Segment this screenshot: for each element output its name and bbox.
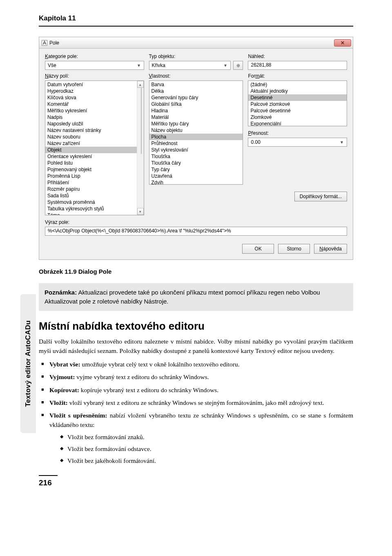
list-item[interactable]: Průhlednost [149,140,243,147]
label-kategorie: Kategorie pole: [45,54,144,59]
doplnkovy-format-button[interactable]: Doplňkový formát... [294,192,347,201]
list-item[interactable]: Pohled listu [45,160,144,166]
sidebar-tab: Textový editor AutoCADu [20,294,36,433]
label-vlastnost: Vlastnost: [149,73,243,79]
list-item[interactable]: Přihlášení [45,179,144,186]
list-item: Vložit bez formátování znaků. [49,432,353,442]
list-item: Kopírovat: kopíruje vybraný text z edito… [39,385,353,395]
presnost-combo[interactable]: 0.00 ▾ [248,138,347,147]
list-item[interactable]: Název zařízení [45,140,144,147]
list-item[interactable]: Měřítko vykreslení [45,107,144,114]
scrollbar[interactable]: ▴ ▾ [137,81,144,215]
chevron-down-icon: ▾ [222,63,229,68]
bullet-list: Vybrat vše: umožňuje vybrat celý text v … [39,360,353,465]
list-item[interactable]: Typ čáry [149,166,243,173]
list-item[interactable]: (žádné) [248,81,347,88]
list-item[interactable]: Hladina [149,107,243,114]
label-vyraz: Výraz pole: [45,219,347,225]
list-item[interactable]: Název souboru [45,134,144,140]
list-item[interactable]: Sada listů [45,192,144,199]
scroll-down-icon[interactable]: ▾ [137,208,144,215]
pick-object-button[interactable]: ⊕ [233,61,243,70]
list-item[interactable]: Systémová proměnná [45,199,144,205]
note-text: Aktualizaci provedete také po ukončení p… [45,289,320,305]
section-title: Místní nabídka textového editoru [39,320,353,333]
list-item[interactable]: Globální šířka [149,101,243,107]
list-item[interactable]: Objekt [45,147,144,153]
label-nazvy: Názvy polí: [45,73,144,79]
nazvy-listbox[interactable]: Datum vytvořeníHyperodkazKlíčová slovaKo… [45,80,144,215]
scroll-up-icon[interactable]: ▴ [137,81,144,88]
label-presnost: Přesnost: [248,130,347,136]
list-item[interactable]: Orientace vykreslení [45,153,144,160]
chevron-down-icon: ▾ [339,139,345,145]
list-item[interactable]: Klíčová slova [45,94,144,101]
list-item[interactable]: Exponenciální [248,121,347,126]
list-item[interactable]: Plocha [149,134,243,140]
list-item[interactable]: Palcové desetinné [248,107,347,114]
titlebar: A Pole ✕ [39,37,353,49]
list-item[interactable]: Název objektu [149,127,243,134]
list-item[interactable]: Téma [45,212,144,215]
list-item: Vložit: vloží vybraný text z editoru ze … [39,398,353,407]
list-item[interactable]: Tabulka výkresových stylů [45,205,144,212]
list-item: Vložit s upřesněním: nabízí vložení vybr… [39,411,353,465]
list-item[interactable]: Pojmenovaný objekt [45,166,144,173]
kategorie-combo[interactable]: Vše ▾ [45,61,144,70]
list-item: Vyjmout: vyjme vybraný text z editoru do… [39,372,353,382]
list-item[interactable]: Proměnná Lisp [45,173,144,179]
section-paragraph: Další volby lokálního textového editoru … [39,337,353,356]
label-format: Formát: [248,73,347,79]
ok-button[interactable]: OK [242,244,274,254]
vlastnost-listbox[interactable]: BarvaDélkaGenerování typu čáryGlobální š… [149,80,243,185]
vyraz-input[interactable]: %<\AcObjProp Object(%<\_ObjId 8796083706… [45,227,347,236]
list-item: Vložit bez jakéhokoli formátování. [49,456,353,465]
list-item[interactable]: Hyperodkaz [45,88,144,94]
nahled-preview: 26281,88 [248,61,347,70]
dialog-title: Pole [49,40,334,46]
list-item[interactable]: Nadpis [45,114,144,121]
chevron-down-icon: ▾ [136,63,142,68]
chapter-header: Kapitola 11 [39,0,353,27]
label-typ: Typ objektu: [149,54,243,59]
storno-button[interactable]: Storno [278,244,310,254]
list-item[interactable]: Název nastavení stránky [45,127,144,134]
list-item[interactable]: Měřítko typu čáry [149,121,243,127]
list-item[interactable]: Palcové zlomkové [248,101,347,107]
list-item[interactable]: Generování typu čáry [149,94,243,101]
list-item[interactable]: Tloušťka čáry [149,160,243,166]
list-item[interactable]: Desetinné [248,94,347,101]
list-item[interactable]: Zdvih [149,179,243,185]
dialog-pole: A Pole ✕ Kategorie pole: Vše ▾ Názvy pol… [39,37,353,260]
close-button[interactable]: ✕ [334,39,351,47]
note-label: Poznámka: [45,289,77,296]
note-box: Poznámka: Aktualizaci provedete také po … [39,283,353,311]
format-listbox[interactable]: (žádné)Aktuální jednotkyDesetinnéPalcové… [248,80,347,126]
list-item[interactable]: Barva [149,81,243,88]
list-item[interactable]: Tloušťka [149,153,243,160]
list-item[interactable]: Aktuální jednotky [248,88,347,94]
list-item[interactable]: Uzavřená [149,173,243,179]
doc-icon: A [42,40,47,46]
list-item[interactable]: Rozměr papíru [45,186,144,192]
list-item[interactable]: Délka [149,88,243,94]
list-item[interactable]: Zlomkové [248,114,347,121]
list-item: Vybrat vše: umožňuje vybrat celý text v … [39,360,353,369]
list-item[interactable]: Datum vytvoření [45,81,144,88]
label-nahled: Náhled: [248,54,347,59]
list-item[interactable]: Materiál [149,114,243,121]
typ-combo[interactable]: Křivka ▾ [149,61,231,70]
page-number: 216 [39,475,58,487]
list-item[interactable]: Naposledy uložil [45,121,144,127]
list-item[interactable]: Styl vykreslování [149,147,243,153]
napoveda-button[interactable]: Nápověda [314,244,347,254]
list-item[interactable]: Komentář [45,101,144,107]
figure-caption: Obrázek 11.9 Dialog Pole [39,268,353,275]
list-item: Vložit bez formátování odstavce. [49,444,353,453]
